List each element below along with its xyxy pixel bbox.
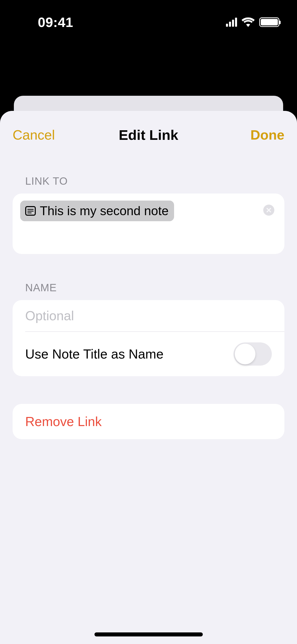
content-area: LINK TO This is my second note	[0, 175, 297, 439]
modal-sheet: Cancel Edit Link Done LINK TO This	[0, 111, 297, 644]
name-input-row	[13, 300, 284, 331]
linkto-section-header: LINK TO	[13, 175, 284, 187]
linked-note-token[interactable]: This is my second note	[20, 201, 174, 221]
done-button[interactable]: Done	[234, 127, 284, 143]
status-time: 09:41	[38, 14, 73, 30]
use-note-title-toggle[interactable]	[234, 342, 272, 366]
linked-note-title: This is my second note	[40, 204, 169, 218]
nav-bar: Cancel Edit Link Done	[0, 116, 297, 154]
cellular-signal-icon	[226, 18, 237, 27]
battery-icon	[259, 17, 279, 27]
clear-link-button[interactable]	[263, 205, 274, 216]
use-note-title-row: Use Note Title as Name	[13, 332, 284, 376]
remove-link-card: Remove Link	[13, 404, 284, 439]
status-bar: 09:41	[0, 0, 297, 44]
remove-link-button[interactable]: Remove Link	[13, 404, 284, 439]
wifi-icon	[242, 17, 255, 27]
toggle-knob	[235, 344, 255, 364]
remove-link-label: Remove Link	[25, 414, 102, 429]
name-card: Use Note Title as Name	[13, 300, 284, 376]
status-indicators	[226, 17, 279, 27]
close-icon	[266, 208, 271, 213]
name-section-header: NAME	[13, 282, 284, 294]
name-input[interactable]	[25, 308, 272, 323]
use-note-title-label: Use Note Title as Name	[25, 346, 163, 362]
home-indicator[interactable]	[94, 632, 203, 636]
cancel-button[interactable]: Cancel	[13, 127, 63, 143]
linkto-field[interactable]: This is my second note	[13, 194, 284, 254]
page-title: Edit Link	[63, 127, 234, 143]
note-icon	[25, 205, 36, 217]
device-frame: 09:41 Cancel Edit Link Done LINK TO	[0, 0, 297, 644]
